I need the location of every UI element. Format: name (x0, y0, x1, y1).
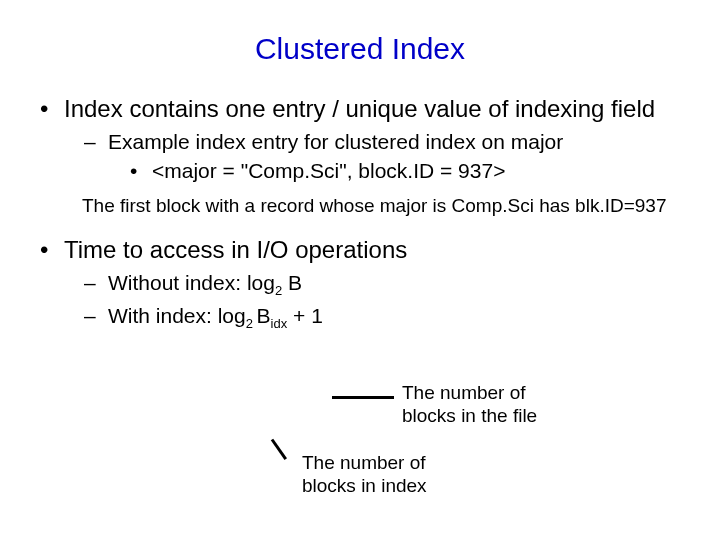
bullet-b1-1-1-text: <major = "Comp.Sci", block.ID = 937> (152, 159, 505, 182)
bullet-list-l1: Index contains one entry / unique value … (36, 94, 690, 185)
bullet-list-l1b: Time to access in I/O operations Without… (36, 235, 690, 333)
slide: Clustered Index Index contains one entry… (0, 0, 720, 540)
b2-2-post: + 1 (287, 304, 323, 327)
b2-1-pre: Without index: log (108, 271, 275, 294)
bullet-b2: Time to access in I/O operations Without… (36, 235, 690, 333)
bullet-list-l2-a: Example index entry for clustered index … (84, 128, 690, 185)
bullet-list-l2-b: Without index: log2 B With index: log2 B… (84, 269, 690, 333)
b2-2-sub2: idx (271, 317, 288, 332)
annotation-blocks-index: The number of blocks in index (302, 452, 482, 498)
connector-line-2 (271, 439, 287, 460)
slide-title: Clustered Index (30, 32, 690, 66)
bullet-b1-text: Index contains one entry / unique value … (64, 95, 655, 122)
bullet-b1-1-1: <major = "Comp.Sci", block.ID = 937> (130, 157, 690, 184)
b2-2-pre: With index: log (108, 304, 246, 327)
b2-2-sub: 2 (246, 317, 257, 332)
aside-note-1: The first block with a record whose majo… (82, 195, 690, 218)
bullet-b1-1-text: Example index entry for clustered index … (108, 130, 563, 153)
bullet-b1-1: Example index entry for clustered index … (84, 128, 690, 185)
connector-line-1 (332, 396, 394, 399)
bullet-list-l3: <major = "Comp.Sci", block.ID = 937> (130, 157, 690, 184)
bullet-b2-2: With index: log2 Bidx + 1 (84, 302, 690, 333)
b2-1-post: B (282, 271, 302, 294)
bullet-b2-text: Time to access in I/O operations (64, 236, 407, 263)
bullet-b1: Index contains one entry / unique value … (36, 94, 690, 185)
annotation-blocks-file: The number of blocks in the file (402, 382, 582, 428)
bullet-b2-1: Without index: log2 B (84, 269, 690, 300)
b2-2-mid: B (257, 304, 271, 327)
